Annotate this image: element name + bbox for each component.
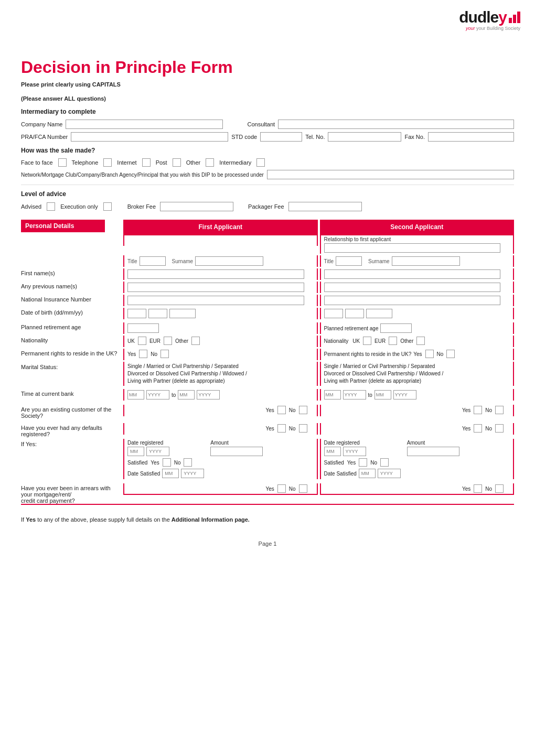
second-bank-to-yyyy[interactable] <box>393 390 416 399</box>
second-satisfied-no-checkbox[interactable] <box>380 458 389 467</box>
post-checkbox[interactable] <box>173 158 181 167</box>
second-surname-input[interactable] <box>392 256 460 266</box>
first-title-surname-cell: Title Surname <box>123 255 318 267</box>
second-other-nat-checkbox[interactable] <box>416 337 425 345</box>
second-defaults-yes-checkbox[interactable] <box>474 424 482 433</box>
telephone-checkbox[interactable] <box>103 158 112 167</box>
first-arrears-yes-checkbox[interactable] <box>277 484 286 493</box>
packager-fee-input[interactable] <box>288 202 362 211</box>
consultant-input[interactable] <box>278 120 514 129</box>
first-prevname-input[interactable] <box>127 283 304 292</box>
first-satisfied-block: Satisfied Yes No <box>127 458 204 467</box>
tel-label: Tel. No. <box>305 134 325 140</box>
second-date-sat-mm[interactable] <box>359 469 376 478</box>
relationship-label-empty <box>21 234 123 236</box>
second-arrears-yes-checkbox[interactable] <box>474 484 482 493</box>
company-name-input[interactable] <box>66 120 223 129</box>
second-perm-rights-label-inline: Permanent rights to reside in the UK? <box>324 351 412 357</box>
instruction-line1: Please print clearly using CAPITALS <box>21 80 514 89</box>
second-bank-from-yyyy[interactable] <box>343 390 366 399</box>
second-amount-input[interactable] <box>407 447 459 456</box>
fax-input[interactable] <box>428 132 514 142</box>
first-dob-yy-input[interactable] <box>169 309 196 318</box>
second-date-reg-yyyy[interactable] <box>343 447 366 456</box>
internet-checkbox[interactable] <box>142 158 151 167</box>
first-defaults-yes-checkbox[interactable] <box>277 424 286 433</box>
second-date-sat-yyyy[interactable] <box>378 469 401 478</box>
second-defaults-no-checkbox[interactable] <box>495 424 504 433</box>
second-existing-no-checkbox[interactable] <box>495 406 504 414</box>
ifyes-row: If Yes: Date registered Satisfied Yes No <box>21 439 514 479</box>
execution-checkbox[interactable] <box>103 202 112 211</box>
first-other-nat-checkbox[interactable] <box>191 337 200 345</box>
existing-customer-row: Are you an existing customer of the Soci… <box>21 405 514 419</box>
second-arrears-cell: Yes No <box>320 483 515 495</box>
second-existing-yes-checkbox[interactable] <box>474 406 482 414</box>
first-satisfied-yes-checkbox[interactable] <box>163 458 171 467</box>
first-uk-checkbox[interactable] <box>138 337 146 345</box>
first-satisfied-no-label: No <box>174 460 181 466</box>
second-date-reg-mm[interactable] <box>324 447 341 456</box>
personal-details-section: Personal Details First Applicant Second … <box>21 220 514 505</box>
second-bank-to-mm[interactable] <box>374 390 391 399</box>
first-satisfied-label: Satisfied <box>127 460 147 466</box>
second-firstname-input[interactable] <box>324 269 501 279</box>
second-uk-checkbox[interactable] <box>363 337 371 345</box>
other-checkbox[interactable] <box>206 158 214 167</box>
first-date-sat-mm[interactable] <box>162 469 179 478</box>
network-input[interactable] <box>267 170 514 179</box>
face-to-face-checkbox[interactable] <box>58 158 67 167</box>
first-surname-input[interactable] <box>195 256 263 266</box>
first-dob-dd-input[interactable] <box>127 309 146 318</box>
first-date-reg-yyyy[interactable] <box>146 447 169 456</box>
first-dob-mm-input[interactable] <box>148 309 167 318</box>
first-ni-input[interactable] <box>127 296 304 305</box>
first-date-sat-yyyy[interactable] <box>181 469 204 478</box>
logo-area: dudley your your Building Society <box>459 9 520 31</box>
first-eur-checkbox[interactable] <box>164 337 172 345</box>
first-bank-from-mm[interactable] <box>127 390 144 399</box>
relationship-input[interactable] <box>324 243 501 253</box>
second-eur-checkbox[interactable] <box>389 337 397 345</box>
nationality-row: Nationality UK EUR Other Nationality UK … <box>21 336 514 347</box>
first-firstname-input[interactable] <box>127 269 304 279</box>
second-retirement-input[interactable] <box>380 323 412 333</box>
first-date-reg-mm[interactable] <box>127 447 144 456</box>
advised-checkbox[interactable] <box>47 202 55 211</box>
tel-input[interactable] <box>328 132 401 142</box>
first-amount-input[interactable] <box>210 447 263 456</box>
first-existing-yes-checkbox[interactable] <box>277 406 286 414</box>
intermediary-checkbox[interactable] <box>256 158 265 167</box>
second-ni-input[interactable] <box>324 296 501 305</box>
first-bank-to-mm[interactable] <box>178 390 195 399</box>
second-dob-yy-input[interactable] <box>366 309 392 318</box>
title-surname-label-empty <box>21 255 123 257</box>
first-bank-from-yyyy[interactable] <box>146 390 169 399</box>
first-satisfied-no-checkbox[interactable] <box>184 458 192 467</box>
second-bank-from-mm[interactable] <box>324 390 341 399</box>
first-existing-no-checkbox[interactable] <box>299 406 307 414</box>
second-arrears-no-checkbox[interactable] <box>495 484 504 493</box>
pra-input[interactable] <box>71 132 228 142</box>
first-retirement-input[interactable] <box>127 323 159 333</box>
second-perm-yes-checkbox[interactable] <box>425 350 434 358</box>
first-perm-yes-checkbox[interactable] <box>139 350 147 358</box>
first-existing-yes-label: Yes <box>265 407 274 413</box>
second-satisfied-yes-checkbox[interactable] <box>359 458 367 467</box>
first-title-input[interactable] <box>140 256 166 266</box>
second-dob-dd-input[interactable] <box>324 309 343 318</box>
first-perm-no-checkbox[interactable] <box>160 350 169 358</box>
second-prevname-input[interactable] <box>324 283 501 292</box>
intermediary-label: Intermediary <box>219 159 251 166</box>
second-perm-no-checkbox[interactable] <box>446 350 455 358</box>
second-dob-mm-input[interactable] <box>345 309 364 318</box>
second-satisfied-no-label: No <box>370 460 377 466</box>
pra-label: PRA/FCA Number <box>21 134 68 140</box>
first-bank-to-yyyy[interactable] <box>197 390 220 399</box>
broker-fee-input[interactable] <box>160 202 233 211</box>
ni-row: National Insurance Number <box>21 295 514 306</box>
first-arrears-no-checkbox[interactable] <box>299 484 307 493</box>
second-title-input[interactable] <box>336 256 362 266</box>
std-input[interactable] <box>260 132 302 142</box>
first-defaults-no-checkbox[interactable] <box>299 424 307 433</box>
